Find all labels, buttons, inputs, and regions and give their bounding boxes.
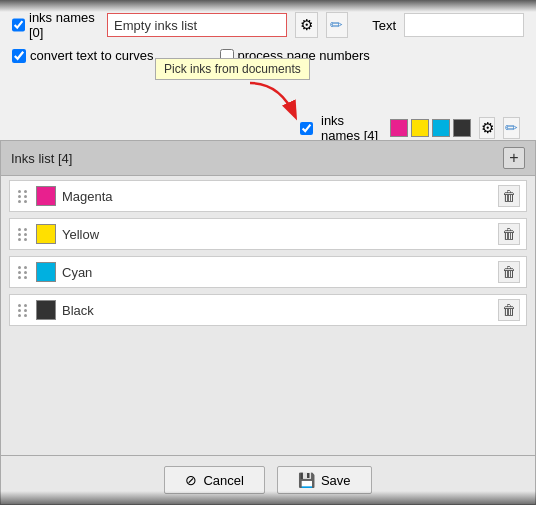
save-button[interactable]: 💾 Save: [277, 466, 372, 494]
cancel-icon: ⊘: [185, 472, 197, 488]
empty-inks-input[interactable]: Empty inks list: [107, 13, 287, 37]
inks-names-4-checkbox[interactable]: [300, 122, 313, 135]
ink-name-black: Black: [62, 303, 492, 318]
cancel-label: Cancel: [203, 473, 243, 488]
convert-text-checkbox[interactable]: [12, 49, 26, 63]
inks-names-label: inks names [0]: [29, 10, 99, 40]
color-swatches: [390, 119, 471, 137]
inks-names-checkbox-label[interactable]: inks names [0]: [12, 10, 99, 40]
main-dialog: Inks list [4] + Magenta 🗑: [0, 140, 536, 505]
second-panel-gear-button[interactable]: ⚙: [479, 117, 496, 139]
drag-dots: [18, 190, 28, 203]
table-row: Cyan 🗑: [9, 256, 527, 288]
dialog-title: Inks list [4]: [11, 151, 72, 166]
ink-color-yellow[interactable]: [36, 224, 56, 244]
delete-icon: 🗑: [502, 264, 516, 280]
cancel-button[interactable]: ⊘ Cancel: [164, 466, 264, 494]
ink-color-cyan[interactable]: [36, 262, 56, 282]
swatch-black[interactable]: [453, 119, 471, 137]
second-pencil-icon: ✏: [505, 119, 518, 137]
save-icon: 💾: [298, 472, 315, 488]
delete-cyan-button[interactable]: 🗑: [498, 261, 520, 283]
drag-handle-magenta[interactable]: [16, 188, 30, 205]
drag-handle-cyan[interactable]: [16, 264, 30, 281]
dialog-footer: ⊘ Cancel 💾 Save: [1, 455, 535, 504]
drag-dots: [18, 228, 28, 241]
inks-list: Magenta 🗑 Yellow 🗑: [1, 176, 535, 455]
ink-color-magenta[interactable]: [36, 186, 56, 206]
swatch-yellow[interactable]: [411, 119, 429, 137]
text-label: Text: [372, 18, 396, 33]
tooltip-box: Pick inks from documents: [155, 58, 310, 80]
drag-handle-yellow[interactable]: [16, 226, 30, 243]
inks-names-4-label: inks names [4]: [321, 113, 382, 143]
swatch-magenta[interactable]: [390, 119, 408, 137]
second-panel-pencil-button[interactable]: ✏: [503, 117, 520, 139]
add-ink-button[interactable]: +: [503, 147, 525, 169]
table-row: Black 🗑: [9, 294, 527, 326]
delete-icon: 🗑: [502, 188, 516, 204]
save-label: Save: [321, 473, 351, 488]
add-icon: +: [509, 149, 518, 167]
delete-icon: 🗑: [502, 302, 516, 318]
convert-text-label: convert text to curves: [30, 48, 154, 63]
delete-icon: 🗑: [502, 226, 516, 242]
swatch-cyan[interactable]: [432, 119, 450, 137]
top-row: inks names [0] Empty inks list ⚙ ✏ Text: [12, 10, 524, 40]
ink-name-yellow: Yellow: [62, 227, 492, 242]
inks-names-checkbox[interactable]: [12, 18, 25, 32]
drag-dots: [18, 266, 28, 279]
delete-yellow-button[interactable]: 🗑: [498, 223, 520, 245]
delete-magenta-button[interactable]: 🗑: [498, 185, 520, 207]
text-input[interactable]: [404, 13, 524, 37]
gear-button[interactable]: ⚙: [295, 12, 318, 38]
gear-icon: ⚙: [300, 16, 313, 34]
convert-text-checkbox-label[interactable]: convert text to curves: [12, 48, 154, 63]
pencil-button[interactable]: ✏: [326, 12, 349, 38]
delete-black-button[interactable]: 🗑: [498, 299, 520, 321]
second-panel-row: inks names [4] ⚙ ✏: [300, 113, 520, 143]
dialog-header: Inks list [4] +: [1, 141, 535, 176]
table-row: Magenta 🗑: [9, 180, 527, 212]
ink-name-cyan: Cyan: [62, 265, 492, 280]
ink-name-magenta: Magenta: [62, 189, 492, 204]
drag-handle-black[interactable]: [16, 302, 30, 319]
second-gear-icon: ⚙: [481, 119, 494, 137]
ink-color-black[interactable]: [36, 300, 56, 320]
pencil-icon: ✏: [330, 16, 343, 34]
drag-dots: [18, 304, 28, 317]
table-row: Yellow 🗑: [9, 218, 527, 250]
tooltip-text: Pick inks from documents: [164, 62, 301, 76]
